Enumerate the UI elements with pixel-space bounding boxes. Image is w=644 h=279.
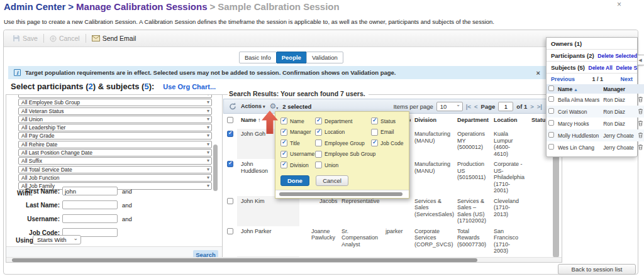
column-header-status[interactable]: Status xyxy=(528,114,545,129)
subjects-table: Name Manager Bella Alma Mears Ron Diaz C… xyxy=(547,84,644,153)
using-select[interactable]: Starts With xyxy=(33,235,81,244)
tab-basic-info[interactable]: Basic Info xyxy=(239,52,277,63)
close-icon[interactable]: × xyxy=(617,0,621,9)
owners-section-header[interactable]: Owners (1) xyxy=(547,38,637,50)
row-checkbox[interactable] xyxy=(227,131,233,137)
next-link[interactable]: Next xyxy=(620,76,633,82)
subject-checkbox[interactable] xyxy=(548,132,554,138)
checkbox-department[interactable] xyxy=(315,118,322,124)
column-header-division[interactable]: Division xyxy=(411,114,453,129)
info-icon xyxy=(14,69,21,76)
row-checkbox[interactable] xyxy=(227,161,233,167)
checkbox-job-code[interactable] xyxy=(371,140,378,146)
subjects-section-header[interactable]: Subjects (5) Delete All Delete Selected xyxy=(547,62,637,74)
column-chooser-popup: Name Manager Title Username Division Dep… xyxy=(275,111,409,199)
items-per-page-select[interactable]: 10 xyxy=(436,102,463,111)
filter-dropdown-union[interactable]: All Union xyxy=(18,116,212,123)
filter-dropdown-last-position-change-date[interactable]: All Last Position Change Date xyxy=(18,149,212,156)
checkbox-label: Department xyxy=(325,118,352,124)
participants-delete-selected-link[interactable]: Delete Selected xyxy=(597,53,637,59)
filter-dropdown-employee-sub-group[interactable]: All Employee Sub Group xyxy=(18,99,212,106)
subjects-select-all-checkbox[interactable] xyxy=(548,85,554,91)
user-username: jparker xyxy=(382,226,411,256)
save-button[interactable]: Save xyxy=(13,35,38,42)
prev-page-button[interactable]: < xyxy=(474,103,478,110)
cancel-button[interactable]: Cancel xyxy=(50,35,80,42)
subject-checkbox[interactable] xyxy=(548,144,554,150)
horizontal-scrollbar[interactable] xyxy=(6,257,562,262)
horizontal-scrollbar-thumb[interactable] xyxy=(12,258,477,262)
filter-dropdown-pay-grade[interactable]: All Pay Grade xyxy=(18,132,212,140)
first-name-label: First Name: xyxy=(6,188,62,195)
breadcrumb-admin-center[interactable]: Admin Center xyxy=(4,1,65,12)
participants-header-label: Participants (2) xyxy=(551,52,594,59)
last-name-field[interactable] xyxy=(62,200,118,209)
banner-close-icon[interactable]: × xyxy=(536,69,540,77)
user-username xyxy=(382,196,411,226)
tab-validation[interactable]: Validation xyxy=(306,52,343,63)
delete-subject-button[interactable] xyxy=(638,131,643,140)
refresh-icon[interactable] xyxy=(229,102,236,110)
popup-scrollbar-thumb[interactable] xyxy=(279,192,402,196)
user-status xyxy=(528,226,545,256)
row-checkbox[interactable] xyxy=(227,228,233,234)
checkbox-email[interactable] xyxy=(371,129,378,136)
tab-people[interactable]: People xyxy=(276,52,307,63)
save-icon xyxy=(13,35,20,42)
subject-checkbox[interactable] xyxy=(548,96,554,102)
checkbox-employee-group[interactable] xyxy=(315,140,322,146)
next-page-button[interactable]: > xyxy=(530,103,534,110)
checkbox-title[interactable] xyxy=(280,140,287,146)
delete-subject-button[interactable] xyxy=(638,143,643,152)
filter-dropdown-total-service-date[interactable]: All Total Service Date xyxy=(18,166,212,173)
checkbox-manager[interactable] xyxy=(280,129,287,136)
subject-name: Wes Lin Chang xyxy=(556,141,601,153)
column-header-location[interactable]: Location xyxy=(490,114,528,129)
subject-checkbox[interactable] xyxy=(548,120,554,126)
checkbox-label: Username xyxy=(290,151,314,157)
previous-link[interactable]: Previous xyxy=(551,76,575,82)
first-page-button[interactable]: |< xyxy=(466,103,471,110)
filter-dropdown-partial[interactable] xyxy=(18,95,212,98)
filter-scrollbar[interactable] xyxy=(213,145,218,191)
first-name-field[interactable] xyxy=(62,187,118,195)
checkbox-name[interactable] xyxy=(280,118,287,124)
last-page-button[interactable]: >| xyxy=(537,103,542,110)
username-field[interactable] xyxy=(62,214,118,223)
row-checkbox[interactable] xyxy=(227,198,233,204)
use-org-chart-link[interactable]: Use Org Chart... xyxy=(163,83,216,90)
filter-dropdown-leadership-tier[interactable]: All Leadership Tier xyxy=(18,124,212,131)
checkbox-union[interactable] xyxy=(315,161,322,168)
filter-dropdown-job-function[interactable]: All Job Function xyxy=(18,174,212,182)
checkbox-username[interactable] xyxy=(280,151,287,158)
filter-dropdown-suffix[interactable]: All Suffix xyxy=(18,157,212,165)
done-button[interactable]: Done xyxy=(280,175,309,186)
select-all-checkbox[interactable] xyxy=(227,117,233,123)
checkbox-location[interactable] xyxy=(315,129,322,136)
send-email-button[interactable]: Send Email xyxy=(92,35,136,42)
popup-buttons: Done Cancel xyxy=(275,172,409,190)
heading-text: Select participants ( xyxy=(11,82,89,91)
delete-subject-button[interactable] xyxy=(638,95,643,104)
checkbox-division[interactable] xyxy=(280,161,287,168)
subjects-delete-all-link[interactable]: Delete All xyxy=(589,65,613,71)
checkbox-status[interactable] xyxy=(371,118,378,124)
popup-cancel-button[interactable]: Cancel xyxy=(316,175,348,186)
subjects-delete-selected-link[interactable]: Delete Selected xyxy=(616,65,637,71)
delete-subject-button[interactable] xyxy=(638,119,643,128)
column-header-department[interactable]: Department xyxy=(453,114,490,129)
delete-subject-button[interactable] xyxy=(638,107,643,116)
subject-checkbox[interactable] xyxy=(548,108,554,114)
filter-dropdown-rehire-date[interactable]: All Rehire Date xyxy=(18,141,212,148)
gear-icon[interactable]: ⚙ xyxy=(269,102,278,110)
subjects-column-name[interactable]: Name xyxy=(556,84,601,94)
filter-dropdown-veteran-status[interactable]: All Veteran Status xyxy=(18,107,212,115)
checkbox-employee-sub-group[interactable] xyxy=(315,151,322,158)
popup-scrollbar[interactable] xyxy=(275,190,409,198)
actions-menu-button[interactable]: Actions xyxy=(241,103,265,109)
breadcrumb-manage-calibration-sessions[interactable]: Manage Calibration Sessions xyxy=(76,1,207,12)
back-to-session-list-button[interactable]: Back to session list xyxy=(558,264,636,275)
participants-section-header[interactable]: Participants (2) Delete Selected xyxy=(547,50,637,62)
subjects-column-manager[interactable]: Manager xyxy=(601,84,636,94)
page-number-input[interactable] xyxy=(498,102,513,111)
